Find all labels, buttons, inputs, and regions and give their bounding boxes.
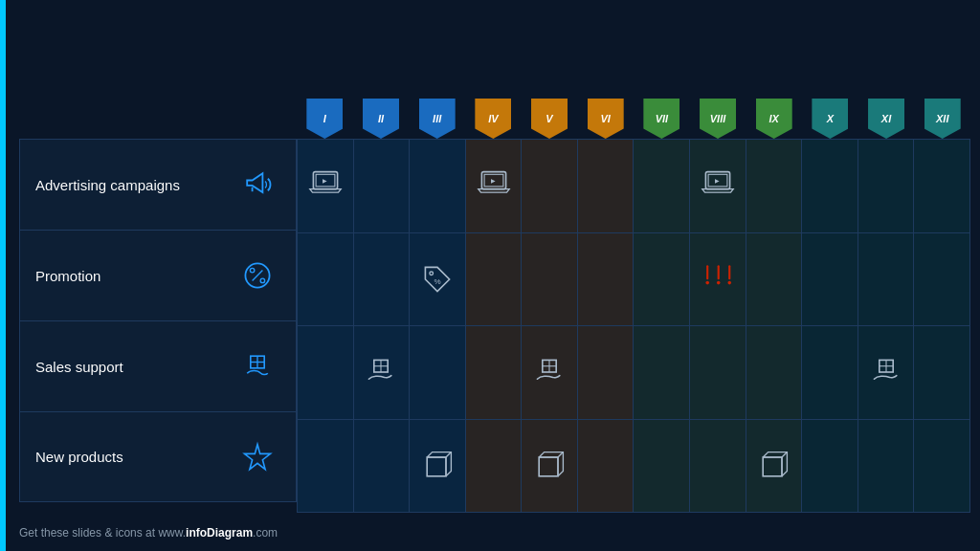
month-col-IV: IV [465, 86, 522, 139]
grid-row-2 [297, 326, 970, 420]
grid-cell-1-6 [634, 233, 690, 326]
svg-point-17 [430, 272, 434, 276]
month-col-VII: VII [634, 86, 690, 139]
cell-icon-0-3: ▶ [477, 168, 511, 203]
grid-cell-0-3: ▶ [466, 140, 523, 232]
svg-point-20 [705, 281, 709, 285]
footer: Get these slides & icons at www.infoDiag… [19, 526, 961, 540]
month-banner-IV: IV [475, 99, 511, 139]
svg-point-22 [717, 281, 721, 285]
svg-line-35 [446, 452, 451, 456]
svg-marker-7 [245, 444, 271, 469]
svg-rect-38 [539, 457, 558, 476]
grid-cell-2-9 [802, 326, 858, 419]
row-label-text-1: Promotion [20, 268, 227, 284]
month-col-V: V [522, 86, 578, 139]
svg-line-43 [782, 452, 787, 456]
grid-cell-3-5 [578, 420, 635, 513]
grid-row-0: ▶ ▶ ▶ [297, 139, 970, 233]
month-col-VIII: VIII [690, 86, 746, 139]
grid-cell-3-4 [522, 420, 578, 513]
table-area: IIIIIIIVVVIVIIVIIIIXXXIXII Advertising c… [10, 86, 970, 513]
footer-text: Get these slides & icons at www.infoDiag… [19, 526, 278, 540]
grid-rows: ▶ ▶ ▶ % [297, 139, 970, 513]
footer-brand: infoDiagram [186, 526, 253, 540]
grid-cell-1-3 [466, 233, 523, 326]
grid-cell-2-10 [858, 326, 915, 419]
grid-row-3 [297, 420, 970, 514]
grid-cell-0-8 [746, 140, 803, 232]
cell-icon-0-7: ▶ [701, 168, 735, 203]
grid-cell-3-11 [914, 420, 970, 513]
cell-icon-2-4 [532, 355, 567, 389]
row-label-text-2: Sales support [20, 359, 227, 375]
svg-point-2 [260, 278, 265, 283]
grid-cell-3-1 [354, 420, 411, 513]
svg-rect-34 [427, 457, 446, 476]
grid-cell-0-6 [634, 140, 690, 232]
grid-cell-0-10 [858, 140, 915, 232]
cell-icon-3-4 [532, 449, 567, 483]
month-banner-XII: XII [924, 99, 961, 139]
grid-cell-0-4 [522, 140, 578, 232]
grid-cell-1-0 [297, 233, 354, 326]
month-col-II: II [353, 86, 410, 139]
month-banner-IX: IX [756, 99, 792, 139]
svg-point-24 [727, 281, 731, 285]
grid-cell-2-0 [297, 326, 354, 419]
month-banner-III: III [419, 99, 456, 139]
svg-rect-42 [764, 457, 783, 476]
grid-cell-2-5 [578, 326, 635, 419]
row-label-3: New products [19, 411, 297, 502]
row-label-0: Advertising campaigns [19, 139, 297, 230]
row-label-icon-megaphone [227, 167, 296, 202]
month-col-X: X [802, 86, 858, 139]
month-banner-XI: XI [868, 99, 904, 139]
grid-cell-3-9 [802, 420, 858, 513]
month-col-XII: XII [914, 86, 970, 139]
grid-cell-2-8 [746, 326, 803, 419]
grid-cell-1-2: % [410, 233, 466, 326]
row-label-text-3: New products [20, 449, 227, 465]
grid-cell-3-7 [690, 420, 746, 513]
month-col-III: III [409, 86, 465, 139]
grid-cell-2-7 [690, 326, 746, 419]
row-label-text-0: Advertising campaigns [20, 177, 227, 193]
cell-icon-2-1 [364, 355, 398, 389]
row-labels: Advertising campaigns Promotion Sales su… [19, 139, 297, 502]
months-header: IIIIIIIVVVIVIIVIIIIXXXIXII [297, 86, 970, 139]
grid-cell-3-3 [466, 420, 523, 513]
grid-cell-1-7 [690, 233, 746, 326]
month-col-I: I [297, 86, 353, 139]
month-banner-X: X [812, 99, 848, 139]
grid-cell-1-1 [354, 233, 411, 326]
grid-cell-0-2 [410, 140, 466, 232]
grid-cell-1-4 [522, 233, 578, 326]
grid-cell-3-10 [858, 420, 915, 513]
month-banner-V: V [531, 99, 568, 139]
grid-cell-0-7: ▶ [690, 140, 746, 232]
month-banner-VI: VI [588, 99, 624, 139]
grid-cell-0-9 [802, 140, 858, 232]
grid-cell-0-0: ▶ [297, 140, 354, 232]
grid-cell-3-2 [410, 420, 466, 513]
cell-icon-1-2: % [420, 262, 455, 297]
svg-point-1 [250, 268, 255, 273]
grid-cell-2-4 [522, 326, 578, 419]
row-label-icon-star [227, 440, 296, 474]
grid-cell-2-2 [410, 326, 466, 419]
cell-icon-3-2 [420, 449, 455, 483]
grid-cell-2-11 [914, 326, 970, 419]
cell-icon-3-8 [756, 449, 791, 483]
row-label-icon-box-hand [227, 349, 296, 384]
grid-cell-0-1 [354, 140, 411, 232]
grid-cell-2-3 [466, 326, 523, 419]
svg-text:▶: ▶ [323, 178, 327, 185]
row-label-2: Sales support [19, 320, 297, 411]
grid-row-1: % [297, 233, 970, 327]
month-banner-VII: VII [643, 99, 679, 139]
grid-cell-0-11 [914, 140, 970, 232]
grid-cell-1-5 [578, 233, 635, 326]
grid-area: ▶ ▶ ▶ % [297, 139, 970, 513]
grid-cell-1-9 [802, 233, 858, 326]
